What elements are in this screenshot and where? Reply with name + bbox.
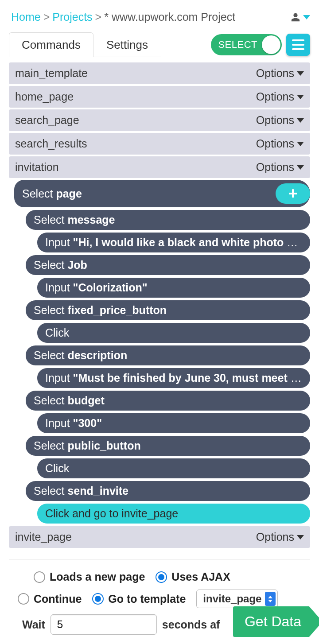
options-button[interactable]: Options	[256, 137, 304, 150]
caret-down-icon	[303, 15, 310, 19]
template-select[interactable]: invite_page	[196, 590, 278, 608]
breadcrumb-sep-icon: >	[43, 11, 50, 23]
caret-down-icon	[297, 535, 304, 539]
breadcrumb-sep-icon: >	[95, 11, 102, 23]
select-mode-toggle[interactable]: SELECT	[211, 34, 282, 55]
template-row[interactable]: home_page Options	[9, 86, 310, 108]
options-button[interactable]: Options	[256, 90, 304, 103]
options-button[interactable]: Options	[256, 114, 304, 127]
wait-label: Wait	[22, 618, 45, 631]
command-action[interactable]: Input "Colorization"	[37, 278, 310, 298]
tab-settings[interactable]: Settings	[93, 32, 161, 57]
command-select[interactable]: Select budget	[26, 391, 310, 411]
wait-label-after: seconds af	[162, 618, 220, 631]
command-select[interactable]: Select fixed_price_button	[26, 300, 310, 320]
add-command-button[interactable]: +	[276, 183, 310, 204]
command-select[interactable]: Select public_button	[26, 436, 310, 456]
select-stepper-icon	[265, 592, 276, 606]
options-button[interactable]: Options	[256, 161, 304, 174]
command-action[interactable]: Input "Hi, I would like a black and whit…	[37, 233, 310, 252]
template-name: invitation	[15, 161, 59, 174]
toggle-knob	[262, 35, 280, 54]
command-tree: Select page + Select message Input "Hi, …	[14, 180, 310, 524]
options-button[interactable]: Options	[256, 531, 304, 543]
wait-seconds-input[interactable]	[51, 614, 157, 635]
get-data-button[interactable]: Get Data	[233, 606, 319, 637]
template-name: invite_page	[15, 531, 72, 543]
command-action[interactable]: Click	[37, 458, 310, 478]
template-row[interactable]: search_results Options	[9, 133, 310, 155]
template-name: search_page	[15, 114, 79, 127]
command-action[interactable]: Input "Must be finished by June 30, must…	[37, 368, 310, 388]
radio-loads-new-page[interactable]: Loads a new page	[34, 570, 145, 583]
breadcrumb-home[interactable]: Home	[11, 11, 41, 23]
tabs: Commands Settings	[9, 32, 161, 57]
radio-uses-ajax[interactable]: Uses AJAX	[156, 570, 230, 583]
command-action[interactable]: Click	[37, 323, 310, 343]
caret-down-icon	[297, 118, 304, 123]
hamburger-icon	[292, 38, 304, 51]
caret-down-icon	[297, 142, 304, 146]
template-row[interactable]: invite_page Options	[9, 526, 310, 548]
breadcrumb-projects[interactable]: Projects	[52, 11, 92, 23]
command-select[interactable]: Select description	[26, 345, 310, 365]
template-name: main_template	[15, 67, 88, 80]
template-row[interactable]: invitation Options	[9, 156, 310, 178]
user-menu-button[interactable]	[291, 12, 310, 22]
command-action-highlighted[interactable]: Click and go to invite_page	[37, 504, 310, 524]
template-list: main_template Options home_page Options …	[9, 62, 310, 548]
caret-down-icon	[297, 95, 304, 99]
breadcrumb: Home > Projects > * www.upwork.com Proje…	[9, 0, 310, 32]
radio-icon	[18, 593, 29, 605]
menu-button[interactable]	[286, 34, 310, 56]
radio-continue[interactable]: Continue	[18, 593, 82, 605]
plus-icon: +	[288, 186, 297, 202]
template-row[interactable]: main_template Options	[9, 62, 310, 84]
select-toggle-label: SELECT	[218, 39, 257, 50]
command-select[interactable]: Select send_invite	[26, 481, 310, 501]
radio-icon	[92, 593, 104, 605]
command-select[interactable]: Select Job	[26, 255, 310, 275]
caret-down-icon	[297, 165, 304, 170]
tab-commands[interactable]: Commands	[9, 32, 93, 57]
template-name: home_page	[15, 90, 74, 103]
options-button[interactable]: Options	[256, 67, 304, 80]
radio-icon	[156, 571, 167, 583]
radio-go-to-template[interactable]: Go to template	[92, 593, 186, 605]
caret-down-icon	[297, 71, 304, 76]
template-row[interactable]: search_page Options	[9, 109, 310, 131]
radio-icon	[34, 571, 45, 583]
command-select[interactable]: Select message	[26, 210, 310, 230]
user-icon	[291, 12, 300, 22]
command-action[interactable]: Input "300"	[37, 413, 310, 433]
template-name: search_results	[15, 137, 87, 150]
command-select-page[interactable]: Select page +	[14, 180, 310, 207]
breadcrumb-current: * www.upwork.com Project	[104, 11, 235, 23]
